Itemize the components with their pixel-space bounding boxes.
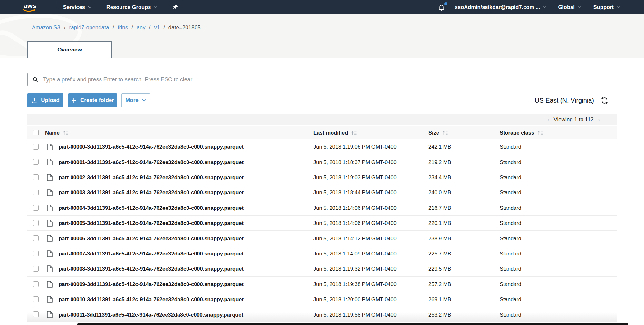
- last-modified: Jun 5, 2018 1:20:00 PM GMT-0400: [313, 296, 397, 302]
- row-checkbox[interactable]: [33, 251, 39, 256]
- row-checkbox[interactable]: [33, 311, 39, 317]
- object-name-link[interactable]: part-00001-3dd11391-a6c5-412c-914a-762ee…: [59, 159, 244, 165]
- table-row[interactable]: part-00003-3dd11391-a6c5-412c-914a-762ee…: [27, 185, 617, 200]
- table-row[interactable]: part-00007-3dd11391-a6c5-412c-914a-762ee…: [27, 246, 617, 261]
- breadcrumb-separator: /: [163, 24, 165, 31]
- last-modified: Jun 5, 2018 1:19:03 PM GMT-0400: [313, 174, 397, 180]
- object-name-link[interactable]: part-00008-3dd11391-a6c5-412c-914a-762ee…: [59, 266, 244, 272]
- aws-logo[interactable]: aws: [21, 2, 38, 13]
- storage-class: Standard: [500, 250, 521, 256]
- object-name-link[interactable]: part-00010-3dd11391-a6c5-412c-914a-762ee…: [59, 296, 244, 302]
- next-page-chevron[interactable]: ›: [598, 116, 600, 123]
- table-row[interactable]: part-00010-3dd11391-a6c5-412c-914a-762ee…: [27, 292, 617, 307]
- object-name-link[interactable]: part-00011-3dd11391-a6c5-412c-914a-762ee…: [59, 311, 243, 318]
- prev-page-chevron[interactable]: ‹: [547, 116, 549, 123]
- breadcrumb-separator: /: [149, 24, 150, 31]
- chevron-down-icon: [142, 99, 146, 102]
- object-name-link[interactable]: part-00000-3dd11391-a6c5-412c-914a-762ee…: [59, 144, 244, 150]
- storage-class: Standard: [500, 190, 521, 196]
- row-checkbox[interactable]: [33, 144, 39, 150]
- breadcrumb-folder-v1[interactable]: v1: [154, 24, 160, 31]
- breadcrumb-folder-fdns[interactable]: fdns: [118, 24, 128, 31]
- file-icon: [47, 144, 53, 152]
- region-menu-label: Global: [558, 4, 574, 10]
- table-row[interactable]: part-00005-3dd11391-a6c5-412c-914a-762ee…: [27, 216, 617, 231]
- file-icon: [47, 265, 53, 274]
- table-row[interactable]: part-00006-3dd11391-a6c5-412c-914a-762ee…: [27, 231, 617, 246]
- row-checkbox[interactable]: [33, 190, 39, 195]
- storage-class: Standard: [500, 205, 521, 211]
- row-checkbox[interactable]: [33, 159, 39, 165]
- table-row[interactable]: part-00009-3dd11391-a6c5-412c-914a-762ee…: [27, 277, 617, 292]
- paging-status: Viewing 1 to 112: [554, 116, 594, 123]
- file-icon: [47, 174, 53, 182]
- more-button-label: More: [125, 97, 139, 104]
- row-checkbox[interactable]: [33, 296, 39, 302]
- row-checkbox[interactable]: [33, 205, 39, 211]
- row-checkbox[interactable]: [33, 235, 39, 241]
- table-row[interactable]: part-00001-3dd11391-a6c5-412c-914a-762ee…: [27, 154, 617, 170]
- refresh-icon[interactable]: [601, 97, 608, 104]
- upload-button-label: Upload: [41, 97, 60, 104]
- storage-class: Standard: [500, 159, 521, 165]
- select-all-checkbox[interactable]: [33, 130, 39, 135]
- table-row[interactable]: part-00002-3dd11391-a6c5-412c-914a-762ee…: [27, 170, 617, 185]
- pin-icon[interactable]: [172, 4, 178, 10]
- more-button[interactable]: More: [121, 93, 150, 107]
- sort-icon[interactable]: [442, 130, 448, 135]
- last-modified: Jun 5, 2018 1:19:06 PM GMT-0400: [313, 144, 397, 150]
- chevron-down-icon: [617, 6, 620, 8]
- aws-logo-icon: aws: [21, 2, 38, 13]
- nav-region-menu[interactable]: Global: [558, 4, 581, 10]
- object-name-link[interactable]: part-00002-3dd11391-a6c5-412c-914a-762ee…: [59, 174, 244, 180]
- storage-class: Standard: [500, 296, 521, 302]
- object-name-link[interactable]: part-00004-3dd11391-a6c5-412c-914a-762ee…: [59, 205, 244, 211]
- breadcrumb-separator: ›: [64, 24, 66, 31]
- table-header: Name Last modified Size Storage class: [27, 126, 617, 139]
- sort-icon[interactable]: [351, 130, 357, 135]
- object-list: part-00000-3dd11391-a6c5-412c-914a-762ee…: [27, 139, 617, 322]
- nav-services[interactable]: Services: [63, 4, 91, 10]
- column-name-label: Name: [45, 130, 60, 136]
- object-name-link[interactable]: part-00005-3dd11391-a6c5-412c-914a-762ee…: [59, 220, 244, 226]
- row-checkbox[interactable]: [33, 174, 39, 180]
- search-input[interactable]: [43, 76, 614, 83]
- object-name-link[interactable]: part-00003-3dd11391-a6c5-412c-914a-762ee…: [59, 190, 244, 196]
- object-name-link[interactable]: part-00009-3dd11391-a6c5-412c-914a-762ee…: [59, 281, 244, 287]
- row-checkbox[interactable]: [33, 281, 39, 287]
- nav-resource-groups[interactable]: Resource Groups: [106, 4, 157, 10]
- object-name-link[interactable]: part-00006-3dd11391-a6c5-412c-914a-762ee…: [59, 235, 244, 241]
- create-folder-button[interactable]: Create folder: [68, 93, 117, 107]
- object-name-link[interactable]: part-00007-3dd11391-a6c5-412c-914a-762ee…: [59, 250, 244, 256]
- breadcrumb-bucket[interactable]: rapid7-opendata: [69, 24, 109, 31]
- storage-class: Standard: [500, 220, 521, 226]
- region-label[interactable]: US East (N. Virginia): [535, 97, 594, 104]
- file-icon: [47, 159, 53, 167]
- aws-top-nav: aws Services Resource Groups: [0, 0, 644, 14]
- breadcrumb-separator: /: [112, 24, 114, 31]
- nav-right-group: ssoAdmin/ssikdar@rapid7.com ... Global S…: [438, 4, 620, 11]
- table-row[interactable]: part-00004-3dd11391-a6c5-412c-914a-762ee…: [27, 200, 617, 216]
- upload-button[interactable]: Upload: [27, 93, 63, 107]
- table-row[interactable]: part-00011-3dd11391-a6c5-412c-914a-762ee…: [27, 307, 617, 322]
- sort-icon[interactable]: [63, 130, 68, 135]
- last-modified: Jun 5, 2018 1:19:32 PM GMT-0400: [313, 266, 397, 272]
- chevron-down-icon: [578, 6, 581, 8]
- nav-support-menu[interactable]: Support: [593, 4, 620, 10]
- notifications-bell[interactable]: [438, 4, 445, 11]
- breadcrumb-amazon-s3[interactable]: Amazon S3: [32, 24, 60, 31]
- row-checkbox[interactable]: [33, 266, 39, 272]
- region-selector: US East (N. Virginia): [535, 93, 617, 107]
- sort-icon[interactable]: [537, 130, 543, 135]
- table-row[interactable]: part-00000-3dd11391-a6c5-412c-914a-762ee…: [27, 139, 617, 154]
- column-size-label: Size: [428, 130, 439, 136]
- tab-overview[interactable]: Overview: [27, 41, 112, 58]
- column-storage-class-label: Storage class: [500, 130, 534, 136]
- breadcrumb-current-folder: date=201805: [168, 24, 201, 31]
- nav-account-menu[interactable]: ssoAdmin/ssikdar@rapid7.com ...: [455, 4, 547, 10]
- last-modified: Jun 5, 2018 1:14:06 PM GMT-0400: [313, 220, 397, 226]
- row-checkbox[interactable]: [33, 220, 39, 226]
- support-menu-label: Support: [593, 4, 614, 10]
- breadcrumb-folder-any[interactable]: any: [137, 24, 145, 31]
- table-row[interactable]: part-00008-3dd11391-a6c5-412c-914a-762ee…: [27, 261, 617, 276]
